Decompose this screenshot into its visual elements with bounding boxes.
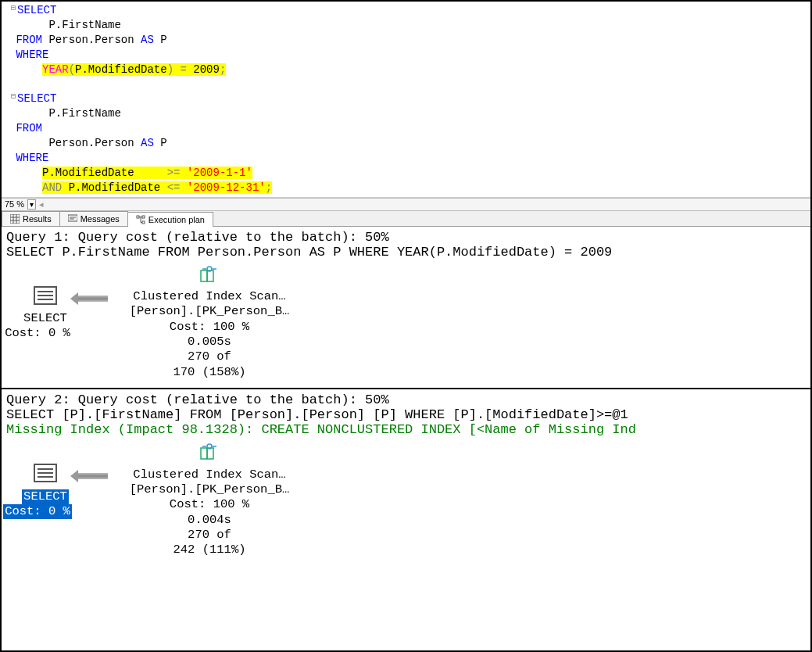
op-cost: Cost: 100 % [116,320,303,335]
svg-rect-14 [201,270,207,281]
plan-arrow [77,296,108,302]
tab-messages-label: Messages [80,214,120,224]
execution-plan-pane[interactable]: Query 1: Query cost (relative to the bat… [2,227,810,650]
c2-op: <= [167,181,181,194]
kw-from2: FROM [16,122,42,134]
kw-where: WHERE [16,48,48,61]
op-title2: Clustered Index Scan… [116,468,303,482]
svg-rect-5 [68,215,77,221]
plan-arrow2 [77,473,108,479]
select-cost-hl: Cost: 0 % [3,504,72,519]
kw-as: AS [141,34,154,46]
c1-val: '2009-1-1' [187,167,252,179]
fn-year: YEAR [42,63,69,76]
op-obj2: [Person].[PK_Person_B… [116,482,303,497]
paren-close: ) [167,63,173,76]
svg-rect-9 [142,216,145,218]
tab-results[interactable]: Results [2,211,60,226]
query2-sql: SELECT [P].[FirstName] FROM [Person].[Pe… [6,407,806,422]
svg-rect-15 [207,270,213,281]
paren: ( [69,63,75,76]
pad [134,167,167,179]
eq: = [173,63,193,76]
results-tabs: Results Messages Execution plan [2,211,810,227]
kw-where2: WHERE [16,152,48,164]
query1-block: Query 1: Query cost (relative to the bat… [2,227,810,390]
scroll-left-icon[interactable]: ◂ [39,199,44,210]
scan-node-q1[interactable]: Clustered Index Scan… [Person].[PK_Perso… [116,266,303,381]
query2-block: Query 2: Query cost (relative to the bat… [2,389,810,566]
table-icon [34,286,57,305]
op-title: Clustered Index Scan… [116,289,303,304]
op-cost2: Cost: 100 % [116,497,303,512]
select-cost: Cost: 0 % [2,326,84,341]
messages-icon [68,214,77,224]
tbl2: Person.Person [48,137,134,149]
svg-rect-0 [10,214,20,224]
tbl: Person.Person [48,34,134,46]
kw-and: AND [42,181,62,194]
clustered-scan-icon [199,266,220,283]
alias2: P [160,137,166,149]
alias: P [160,34,166,46]
svg-rect-8 [137,216,139,218]
plan-icon [136,215,145,224]
tab-messages[interactable]: Messages [59,211,128,226]
op-rows22: 242 (111%) [116,543,303,557]
svg-rect-20 [207,448,213,459]
kw-select2: SELECT [17,92,56,105]
c1-col: P.ModifiedDate [42,167,134,179]
table-icon [34,464,57,482]
query1-sql: SELECT P.FirstName FROM Person.Person AS… [6,245,806,260]
select-label: SELECT [6,311,84,326]
year-col: P.ModifiedDate [75,63,167,76]
svg-rect-19 [201,448,207,459]
scan-node-q2[interactable]: Clustered Index Scan… [Person].[PK_Perso… [116,443,303,558]
sql-editor[interactable]: ⊟SELECT P.FirstName FROM Person.Person A… [2,2,810,198]
tab-plan-label: Execution plan [148,215,205,224]
tab-results-label: Results [23,214,52,224]
col2: P.FirstName [48,107,120,120]
op-time2: 0.004s [116,513,303,528]
grid-icon [10,214,20,224]
c2-col: P.ModifiedDate [69,181,161,194]
op-rows1: 270 of [116,349,303,364]
semi2: ; [266,181,272,194]
zoom-value[interactable]: 75 % [5,199,24,209]
zoom-bar: 75 % ▾ ◂ [2,198,810,211]
op-obj: [Person].[PK_Person_B… [116,304,303,319]
semi: ; [220,63,226,76]
query2-header: Query 2: Query cost (relative to the bat… [6,392,806,407]
query1-header: Query 1: Query cost (relative to the bat… [6,230,806,245]
kw-from: FROM [16,34,42,46]
kw-as2: AS [141,137,154,149]
op-time: 0.005s [116,335,303,349]
kw-select: SELECT [17,4,56,16]
clustered-scan-icon [199,443,220,460]
year-val: 2009 [193,63,220,76]
tab-execution-plan[interactable]: Execution plan [127,212,213,227]
zoom-dropdown[interactable]: ▾ [27,199,36,210]
select-label-hl: SELECT [22,489,69,504]
op-rows12: 270 of [116,528,303,543]
missing-index-hint[interactable]: Missing Index (Impact 98.1328): CREATE N… [6,422,806,437]
c2-val: '2009-12-31' [187,181,266,194]
c1-op: >= [167,167,181,179]
svg-rect-10 [142,221,145,224]
col: P.FirstName [48,19,120,31]
op-rows2: 170 (158%) [116,365,303,380]
